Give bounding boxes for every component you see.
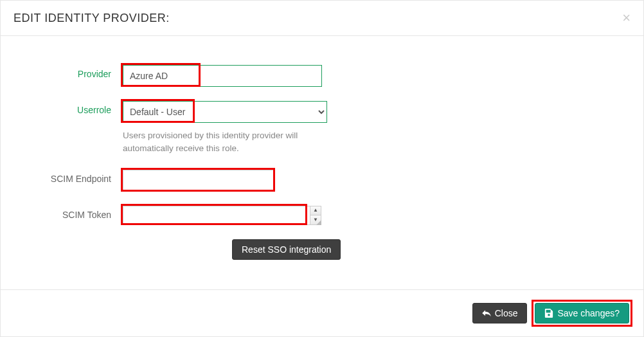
provider-input[interactable] — [123, 65, 322, 87]
modal-header: EDIT IDENTITY PROVIDER: × — [1, 1, 643, 36]
spinner-down-icon[interactable]: ▼ — [310, 215, 321, 224]
provider-row: Provider — [13, 65, 631, 87]
scim-token-input[interactable] — [123, 206, 310, 225]
userrole-row: Userrole Default - User Users provisione… — [13, 101, 631, 156]
userrole-label: Userrole — [13, 101, 123, 115]
save-button-wrap: Save changes? — [533, 302, 631, 325]
scim-token-input-wrap: ▲ ▼ — [123, 206, 321, 225]
provider-input-wrap — [123, 65, 322, 87]
modal-body: Provider Userrole Default - User Users p… — [1, 36, 643, 289]
save-icon — [544, 309, 553, 318]
reply-icon — [482, 309, 491, 318]
userrole-help-text: Users provisioned by this identity provi… — [123, 129, 328, 156]
close-icon[interactable]: × — [622, 11, 631, 25]
scim-endpoint-label: SCIM Endpoint — [13, 170, 123, 184]
userrole-select[interactable]: Default - User — [123, 101, 327, 123]
edit-identity-provider-modal: EDIT IDENTITY PROVIDER: × Provider Userr… — [0, 0, 644, 337]
save-button-label: Save changes? — [557, 308, 620, 318]
provider-label: Provider — [13, 65, 123, 79]
close-button[interactable]: Close — [472, 303, 528, 323]
spinner-up-icon[interactable]: ▲ — [310, 206, 321, 216]
scim-endpoint-input[interactable] — [123, 170, 274, 192]
modal-title: EDIT IDENTITY PROVIDER: — [13, 12, 170, 25]
userrole-select-wrap: Default - User Users provisioned by this… — [123, 101, 328, 156]
reset-row: Reset SSO integration — [123, 239, 631, 260]
reset-sso-button[interactable]: Reset SSO integration — [232, 239, 341, 260]
scim-token-row: SCIM Token ▲ ▼ — [13, 206, 631, 225]
spinner-buttons: ▲ ▼ — [310, 206, 321, 225]
scim-endpoint-input-wrap — [123, 170, 274, 192]
modal-footer: Close Save changes? — [1, 289, 643, 336]
scim-endpoint-row: SCIM Endpoint — [13, 170, 631, 192]
close-button-label: Close — [495, 308, 518, 318]
scim-token-label: SCIM Token — [13, 206, 123, 220]
save-changes-button[interactable]: Save changes? — [535, 303, 629, 323]
